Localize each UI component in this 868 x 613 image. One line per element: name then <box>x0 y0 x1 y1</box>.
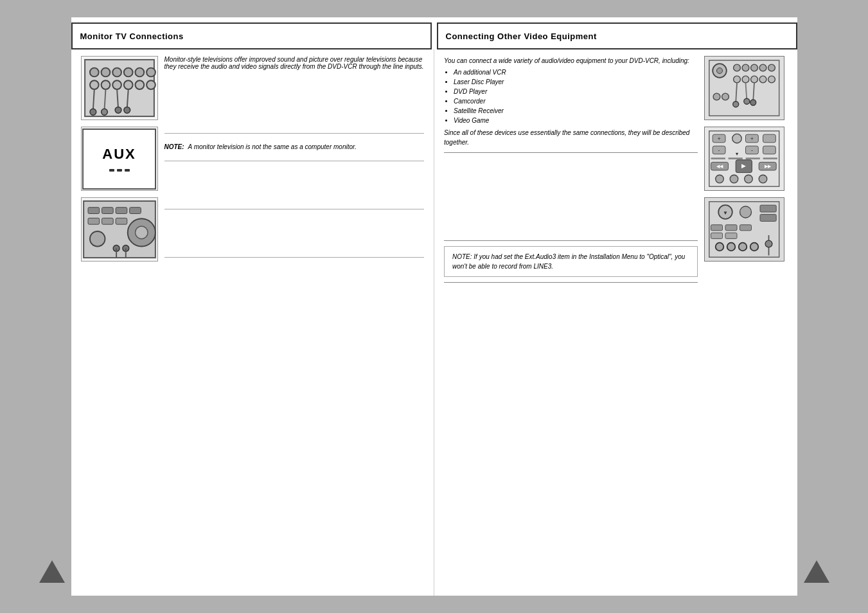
right-intro-text: You can connect a wide variety of audio/… <box>444 56 698 66</box>
aux-dot-2 <box>117 169 122 172</box>
svg-point-47 <box>759 76 766 83</box>
right-arrow-icon <box>804 560 829 583</box>
left-sidebar <box>33 17 71 596</box>
divider-2 <box>164 161 425 161</box>
svg-point-5 <box>135 68 144 77</box>
svg-point-2 <box>101 68 110 77</box>
right-device-image-2: + + - ▼ - <box>704 127 784 191</box>
vcr-back-panel-image <box>81 56 158 120</box>
svg-rect-22 <box>88 208 100 214</box>
svg-rect-27 <box>102 218 113 224</box>
left-column: AUX <box>71 49 435 596</box>
svg-rect-92 <box>740 225 751 231</box>
svg-rect-71 <box>728 157 743 159</box>
svg-point-54 <box>750 100 756 105</box>
svg-point-53 <box>744 98 750 104</box>
svg-point-56 <box>722 93 729 100</box>
svg-point-4 <box>123 68 132 77</box>
svg-point-39 <box>733 64 740 71</box>
svg-point-30 <box>135 226 148 239</box>
right-content-area: You can connect a wide variety of audio/… <box>444 56 788 589</box>
right-text-section: You can connect a wide variety of audio/… <box>444 56 698 589</box>
svg-rect-72 <box>745 157 760 159</box>
svg-text:-: - <box>718 147 720 154</box>
svg-point-46 <box>750 76 757 83</box>
svg-point-16 <box>89 109 96 115</box>
svg-point-3 <box>112 68 121 77</box>
svg-point-100 <box>765 240 772 247</box>
svg-point-48 <box>768 76 775 83</box>
svg-point-1 <box>89 68 98 77</box>
svg-rect-63 <box>763 134 775 143</box>
equipment-item-5: Satellite Receiver <box>454 106 698 116</box>
svg-rect-24 <box>116 208 127 214</box>
right-intro: You can connect a wide variety of audio/… <box>444 56 698 147</box>
svg-text:▶: ▶ <box>741 163 746 169</box>
right-header-title: Connecting Other Video Equipment <box>446 31 597 41</box>
svg-point-96 <box>727 243 735 251</box>
svg-rect-88 <box>760 205 776 212</box>
right-divider-1 <box>444 152 698 153</box>
right-outro-text: Since all of these devices use essential… <box>444 128 698 147</box>
svg-point-80 <box>715 175 723 183</box>
svg-point-12 <box>146 80 155 89</box>
svg-point-98 <box>750 243 758 251</box>
divider-1 <box>164 133 425 134</box>
svg-point-40 <box>742 64 749 71</box>
aux-bottom-controls <box>109 169 130 172</box>
right-sidebar <box>797 17 836 596</box>
svg-point-6 <box>146 68 155 77</box>
svg-point-31 <box>89 231 105 247</box>
svg-text:▼: ▼ <box>723 210 728 216</box>
left-images-stack: AUX <box>81 56 158 262</box>
svg-point-10 <box>123 80 132 89</box>
svg-rect-94 <box>725 233 737 238</box>
note-body: A monitor television is not the same as … <box>188 143 357 150</box>
divider-4 <box>164 257 425 258</box>
svg-point-55 <box>713 93 720 100</box>
svg-point-9 <box>112 80 121 89</box>
svg-text:-: - <box>751 147 753 154</box>
svg-point-18 <box>115 107 121 113</box>
right-header-box: Connecting Other Video Equipment <box>437 22 797 49</box>
aux-display-image: AUX <box>81 127 158 191</box>
svg-rect-70 <box>711 157 725 159</box>
svg-rect-23 <box>102 208 113 214</box>
content-columns: AUX <box>71 49 797 596</box>
left-header-title: Monitor TV Connections <box>80 31 184 41</box>
right-column: You can connect a wide variety of audio/… <box>434 49 797 596</box>
svg-rect-89 <box>760 215 776 222</box>
equipment-list: An additional VCR Laser Disc Player DVD … <box>454 67 698 125</box>
left-layout: AUX <box>81 56 425 262</box>
right-spacer-1 <box>444 158 698 235</box>
svg-point-44 <box>733 76 740 83</box>
svg-point-97 <box>738 243 747 251</box>
equipment-item-4: Camcorder <box>454 96 698 106</box>
equipment-item-1: An additional VCR <box>454 67 698 77</box>
equipment-item-3: DVD Player <box>454 87 698 96</box>
svg-point-42 <box>759 64 766 71</box>
svg-text:◀◀: ◀◀ <box>716 163 723 169</box>
svg-text:▼: ▼ <box>734 151 739 157</box>
svg-point-82 <box>744 175 752 183</box>
aux-dot-1 <box>109 169 114 172</box>
svg-rect-90 <box>711 225 722 231</box>
right-note-text: NOTE: If you had set the Ext.Audio3 item… <box>452 253 685 270</box>
svg-rect-28 <box>116 218 127 224</box>
svg-point-95 <box>715 243 723 251</box>
svg-point-83 <box>759 175 767 183</box>
svg-point-8 <box>101 80 110 89</box>
equipment-item-2: Laser Disc Player <box>454 77 698 87</box>
svg-rect-69 <box>763 146 775 154</box>
svg-rect-25 <box>129 208 141 214</box>
right-divider-3 <box>444 282 698 283</box>
top-header: Monitor TV Connections Connecting Other … <box>71 17 797 49</box>
right-device-image-3: ▼ <box>704 197 784 262</box>
svg-rect-26 <box>88 218 100 224</box>
svg-point-7 <box>89 80 98 89</box>
aux-dot-3 <box>125 169 130 172</box>
svg-point-60 <box>732 134 741 143</box>
svg-text:+: + <box>717 136 720 142</box>
svg-point-43 <box>768 64 775 71</box>
left-header-box: Monitor TV Connections <box>71 22 432 49</box>
